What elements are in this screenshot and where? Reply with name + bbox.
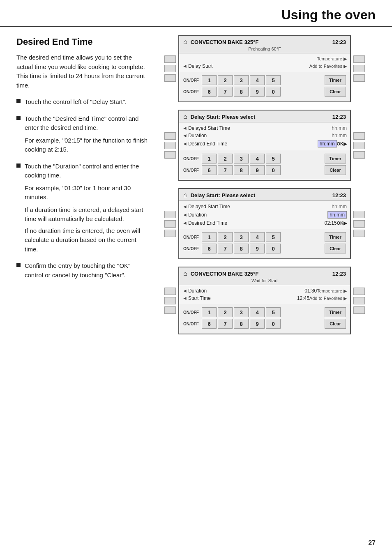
key-9d[interactable]: 9 xyxy=(250,319,265,329)
key-7b[interactable]: 7 xyxy=(218,165,233,175)
key-2d[interactable]: 2 xyxy=(218,307,233,317)
side-button-right-3[interactable] xyxy=(353,74,365,82)
side-button-left-7[interactable] xyxy=(164,211,176,218)
panel4-start-time-label[interactable]: Start Time xyxy=(188,295,294,301)
key-5[interactable]: 5 xyxy=(266,75,281,85)
key-6d[interactable]: 6 xyxy=(202,319,217,329)
panel-1-right-buttons xyxy=(351,35,365,102)
panel3-delayed-start-time[interactable]: Delayed Start Time xyxy=(188,204,328,210)
key-6[interactable]: 6 xyxy=(202,87,217,97)
side-button-left-11[interactable] xyxy=(164,297,176,304)
side-button-left-12[interactable] xyxy=(164,306,176,314)
side-button-right-9[interactable] xyxy=(353,230,365,237)
key-6c[interactable]: 6 xyxy=(202,244,217,253)
arrow-icon-8: ◄ xyxy=(182,295,187,301)
key-3d[interactable]: 3 xyxy=(234,307,249,317)
key-7[interactable]: 7 xyxy=(218,87,233,97)
side-button-left-4[interactable] xyxy=(164,132,176,140)
clear-button-3[interactable]: Clear xyxy=(325,244,346,253)
key-9c[interactable]: 9 xyxy=(250,244,265,253)
on-off-label-4[interactable]: ON/OFF xyxy=(183,168,202,173)
key-2[interactable]: 2 xyxy=(218,75,233,85)
desired-end-time-label[interactable]: Desired End Time xyxy=(188,141,314,147)
key-2c[interactable]: 2 xyxy=(218,232,233,242)
side-button-left-6[interactable] xyxy=(164,151,176,159)
key-3c[interactable]: 3 xyxy=(234,232,249,242)
key-5b[interactable]: 5 xyxy=(266,154,281,164)
side-button-right-11[interactable] xyxy=(353,297,365,304)
key-1c[interactable]: 1 xyxy=(202,232,217,242)
panel4-temperature[interactable]: Temperature ▶ xyxy=(317,288,347,294)
key-5d[interactable]: 5 xyxy=(266,307,281,317)
panel-1-row-2-right[interactable]: Add to Favorites ▶ xyxy=(309,64,347,69)
key-1[interactable]: 1 xyxy=(202,75,217,85)
side-button-left-3[interactable] xyxy=(164,74,176,82)
side-button-left-2[interactable] xyxy=(164,65,176,72)
side-button-right-10[interactable] xyxy=(353,288,365,295)
on-off-label-7[interactable]: ON/OFF xyxy=(183,310,202,315)
duration-label[interactable]: Duration xyxy=(188,133,328,138)
on-off-label-2[interactable]: ON/OFF xyxy=(183,90,202,94)
key-8[interactable]: 8 xyxy=(234,87,249,97)
panel-1-delay-start[interactable]: Delay Start xyxy=(188,63,309,69)
side-button-right-4[interactable] xyxy=(353,132,365,140)
key-4b[interactable]: 4 xyxy=(250,154,265,164)
panel-2-row-1: ◄ Delayed Start Time hh:mm xyxy=(182,124,347,132)
key-8c[interactable]: 8 xyxy=(234,244,249,253)
on-off-label-3[interactable]: ON/OFF xyxy=(183,157,202,161)
key-0b[interactable]: 0 xyxy=(266,165,281,175)
panel-1-row-1-right[interactable]: Temperature ▶ xyxy=(317,56,347,62)
panel3-duration-label[interactable]: Duration xyxy=(188,212,324,218)
key-3b[interactable]: 3 xyxy=(234,154,249,164)
panel-4-keys-row-2: 6 7 8 9 0 xyxy=(202,319,322,329)
key-0[interactable]: 0 xyxy=(266,87,281,97)
side-button-right-5[interactable] xyxy=(353,142,365,149)
on-off-label-6[interactable]: ON/OFF xyxy=(183,246,202,251)
key-1b[interactable]: 1 xyxy=(202,154,217,164)
key-7d[interactable]: 7 xyxy=(218,319,233,329)
panel4-duration-label[interactable]: Duration xyxy=(188,288,301,294)
side-button-right-12[interactable] xyxy=(353,306,365,314)
key-3[interactable]: 3 xyxy=(234,75,249,85)
key-9[interactable]: 9 xyxy=(250,87,265,97)
on-off-label-1[interactable]: ON/OFF xyxy=(183,78,202,83)
side-button-left-9[interactable] xyxy=(164,230,176,237)
key-6b[interactable]: 6 xyxy=(202,165,217,175)
side-button-right-6[interactable] xyxy=(353,151,365,159)
key-4d[interactable]: 4 xyxy=(250,307,265,317)
key-4c[interactable]: 4 xyxy=(250,232,265,242)
key-0c[interactable]: 0 xyxy=(266,244,281,253)
ok-button-2[interactable]: OK▶ xyxy=(337,141,347,147)
key-9b[interactable]: 9 xyxy=(250,165,265,175)
timer-button-4[interactable]: Timer xyxy=(325,307,346,317)
key-2b[interactable]: 2 xyxy=(218,154,233,164)
side-button-left-5[interactable] xyxy=(164,142,176,149)
clear-button-4[interactable]: Clear xyxy=(325,319,346,329)
timer-button-1[interactable]: Timer xyxy=(325,75,346,85)
on-off-label-8[interactable]: ON/OFF xyxy=(183,322,202,326)
side-button-left-8[interactable] xyxy=(164,220,176,228)
key-8b[interactable]: 8 xyxy=(234,165,249,175)
side-button-right-2[interactable] xyxy=(353,65,365,72)
side-button-right-8[interactable] xyxy=(353,220,365,228)
key-0d[interactable]: 0 xyxy=(266,319,281,329)
panel4-favorites[interactable]: Add to Favorites ▶ xyxy=(309,296,347,301)
timer-button-2[interactable]: Timer xyxy=(325,154,346,164)
panel3-desired-end-time[interactable]: Desired End Time xyxy=(188,220,321,226)
delayed-start-time-label[interactable]: Delayed Start Time xyxy=(188,125,328,131)
clear-button-1[interactable]: Clear xyxy=(325,87,346,97)
on-off-label-5[interactable]: ON/OFF xyxy=(183,235,202,240)
clear-button-2[interactable]: Clear xyxy=(325,165,346,175)
key-4[interactable]: 4 xyxy=(250,75,265,85)
side-button-left-1[interactable] xyxy=(164,55,176,63)
key-5c[interactable]: 5 xyxy=(266,232,281,242)
side-button-left-10[interactable] xyxy=(164,288,176,295)
key-1d[interactable]: 1 xyxy=(202,307,217,317)
key-8d[interactable]: 8 xyxy=(234,319,249,329)
side-button-right-7[interactable] xyxy=(353,211,365,218)
intro-paragraph: The desired end time allows you to set t… xyxy=(16,53,148,90)
ok-button-3[interactable]: OK▶ xyxy=(337,221,347,226)
timer-button-3[interactable]: Timer xyxy=(325,232,346,242)
key-7c[interactable]: 7 xyxy=(218,244,233,253)
side-button-right-1[interactable] xyxy=(353,55,365,63)
